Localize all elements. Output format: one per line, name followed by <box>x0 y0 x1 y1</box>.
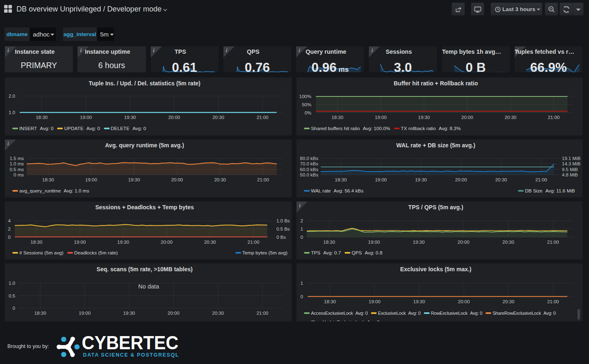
svg-text:Buffer hit ratio + Rollback ra: Buffer hit ratio + Rollback ratio <box>394 80 478 87</box>
svg-text:Sessions + Deadlocks + Temp by: Sessions + Deadlocks + Temp bytes <box>95 204 194 211</box>
svg-text:19:00: 19:00 <box>80 115 92 120</box>
svg-text:21:00: 21:00 <box>248 240 260 245</box>
svg-text:19:30: 19:30 <box>123 311 135 316</box>
svg-text:0%: 0% <box>304 110 311 115</box>
svg-text:14.3 MiB: 14.3 MiB <box>562 161 581 166</box>
svg-text:80.0 kBs: 80.0 kBs <box>300 156 318 161</box>
svg-text:20:00: 20:00 <box>461 115 473 120</box>
svg-text:21:00: 21:00 <box>535 177 547 182</box>
svg-text:60.0 kBs: 60.0 kBs <box>300 167 318 172</box>
svg-text:20:30: 20:30 <box>495 177 507 182</box>
svg-text:19:30: 19:30 <box>415 177 427 182</box>
svg-text:19:00: 19:00 <box>79 311 91 316</box>
svg-text:19:00: 19:00 <box>85 177 97 182</box>
svg-text:50%: 50% <box>302 102 311 107</box>
svg-text:0: 0 <box>8 235 11 240</box>
svg-text:1.0: 1.0 <box>9 281 15 286</box>
svg-text:19:30: 19:30 <box>413 240 425 245</box>
svg-text:20:30: 20:30 <box>204 240 216 245</box>
svg-text:0.5 Bs: 0.5 Bs <box>276 227 290 231</box>
svg-text:20:30: 20:30 <box>502 240 514 245</box>
svg-text:21:00: 21:00 <box>257 177 269 182</box>
svg-text:19:30: 19:30 <box>418 115 430 120</box>
svg-text:18:30: 18:30 <box>323 240 335 245</box>
svg-text:20:30: 20:30 <box>214 177 226 182</box>
svg-text:19:30: 19:30 <box>124 115 136 120</box>
svg-text:0.5 ms: 0.5 ms <box>9 167 24 172</box>
svg-text:20:00: 20:00 <box>168 311 179 316</box>
svg-text:18:30: 18:30 <box>324 299 336 304</box>
svg-text:9.5 MiB: 9.5 MiB <box>562 167 578 172</box>
svg-text:Seq. scans (5m rate, >10MB tab: Seq. scans (5m rate, >10MB tables) <box>97 266 193 272</box>
svg-text:18:30: 18:30 <box>42 177 54 182</box>
svg-text:0: 0 <box>301 235 303 240</box>
svg-text:1: 1 <box>301 227 303 231</box>
svg-text:0.5: 0.5 <box>9 293 15 298</box>
svg-text:Exclusive locks (5m max.): Exclusive locks (5m max.) <box>400 266 472 272</box>
svg-text:20:30: 20:30 <box>504 115 516 120</box>
svg-text:21:00: 21:00 <box>547 240 559 245</box>
svg-text:21:00: 21:00 <box>547 299 559 304</box>
svg-text:WAL rate + DB size (5m avg.): WAL rate + DB size (5m avg.) <box>396 142 475 149</box>
svg-text:20:00: 20:00 <box>171 177 183 182</box>
svg-text:19:00: 19:00 <box>375 115 387 120</box>
svg-text:19:30: 19:30 <box>128 177 140 182</box>
svg-text:Avg. query runtime (5m avg.): Avg. query runtime (5m avg.) <box>105 142 184 149</box>
svg-text:1.0: 1.0 <box>9 110 15 115</box>
svg-text:100%: 100% <box>299 94 311 99</box>
svg-text:19:30: 19:30 <box>117 240 129 245</box>
svg-text:2: 2 <box>301 218 303 223</box>
svg-text:19.1 MiB: 19.1 MiB <box>562 156 581 161</box>
svg-text:0 Bs: 0 Bs <box>276 235 286 240</box>
svg-text:20:00: 20:00 <box>455 177 467 182</box>
svg-text:21:00: 21:00 <box>548 115 560 120</box>
svg-text:70.0 kBs: 70.0 kBs <box>300 161 318 166</box>
svg-text:TPS / QPS (5m avg.): TPS / QPS (5m avg.) <box>408 204 463 211</box>
svg-text:2: 2 <box>8 227 11 231</box>
svg-text:18:30: 18:30 <box>35 311 46 316</box>
svg-text:18:30: 18:30 <box>331 115 343 120</box>
svg-text:0: 0 <box>301 294 303 299</box>
svg-text:19:00: 19:00 <box>375 177 387 182</box>
svg-text:18:30: 18:30 <box>36 115 48 120</box>
svg-text:21:00: 21:00 <box>257 115 269 120</box>
svg-text:20:00: 20:00 <box>458 240 469 245</box>
svg-text:19:00: 19:00 <box>369 299 381 304</box>
svg-text:2.0: 2.0 <box>9 94 15 98</box>
svg-text:20:00: 20:00 <box>168 115 180 120</box>
svg-text:1.0 Bs: 1.0 Bs <box>276 218 290 223</box>
svg-text:1: 1 <box>301 281 303 286</box>
svg-text:19:00: 19:00 <box>74 240 86 245</box>
svg-text:20:30: 20:30 <box>503 299 515 304</box>
svg-text:4: 4 <box>8 218 11 223</box>
svg-text:20:00: 20:00 <box>458 299 470 304</box>
svg-text:50.0 kBs: 50.0 kBs <box>300 172 318 177</box>
svg-text:1.0 ms: 1.0 ms <box>9 161 24 166</box>
svg-text:0 ms: 0 ms <box>14 172 24 177</box>
svg-text:19:30: 19:30 <box>413 299 425 304</box>
svg-text:18:30: 18:30 <box>30 240 42 245</box>
svg-text:4.8 MiB: 4.8 MiB <box>562 172 578 177</box>
svg-text:18:30: 18:30 <box>335 177 347 182</box>
svg-text:1.5 ms: 1.5 ms <box>9 156 24 161</box>
svg-text:20:00: 20:00 <box>161 240 173 245</box>
svg-text:20:30: 20:30 <box>212 311 224 316</box>
svg-text:0: 0 <box>13 306 15 311</box>
svg-text:No data: No data <box>138 283 160 290</box>
svg-text:Tuple Ins. / Upd. / Del. stati: Tuple Ins. / Upd. / Del. statistics (5m … <box>89 80 200 87</box>
svg-text:20:30: 20:30 <box>212 115 224 120</box>
svg-text:21:00: 21:00 <box>256 311 268 316</box>
svg-text:19:00: 19:00 <box>368 240 380 245</box>
